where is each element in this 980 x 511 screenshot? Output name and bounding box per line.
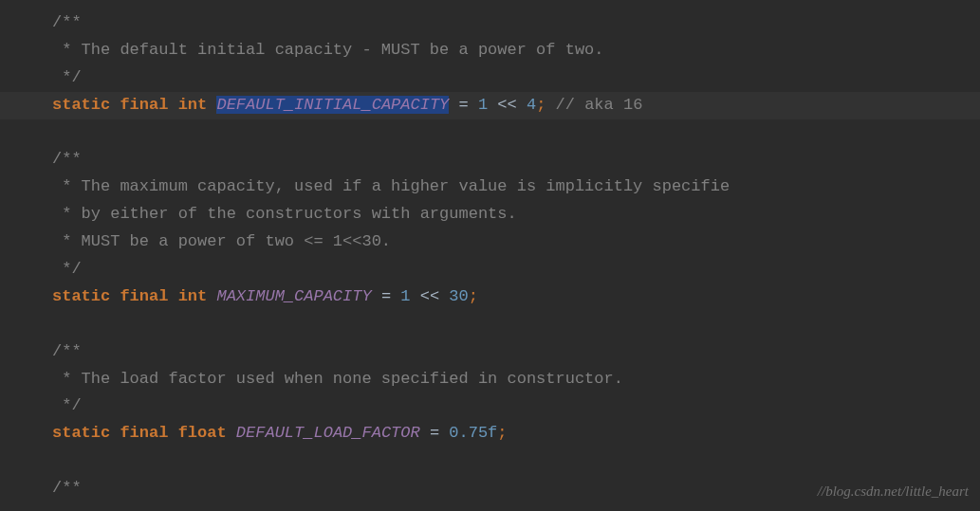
code-editor-area[interactable]: /** * The default initial capacity - MUS… bbox=[0, 0, 980, 502]
number-literal: 1 bbox=[478, 96, 488, 114]
constant-maximum-capacity: MAXIMUM_CAPACITY bbox=[216, 287, 371, 305]
javadoc-end: */ bbox=[52, 396, 82, 414]
operator-assign: = bbox=[420, 424, 450, 442]
javadoc-start: /** bbox=[52, 342, 82, 360]
javadoc-line: * MUST be a power of two <= 1<<30. bbox=[52, 232, 391, 250]
semicolon: ; bbox=[497, 424, 507, 442]
javadoc-line: * The maximum capacity, used if a higher… bbox=[52, 177, 730, 195]
number-literal: 4 bbox=[527, 96, 536, 114]
keyword-final: final bbox=[120, 424, 168, 442]
keyword-final: final bbox=[120, 96, 168, 114]
keyword-static: static bbox=[52, 424, 110, 442]
type-int: int bbox=[178, 96, 208, 114]
keyword-final: final bbox=[120, 287, 168, 305]
javadoc-start: /** bbox=[52, 150, 82, 168]
javadoc-line: * The load factor used when none specifi… bbox=[52, 370, 623, 388]
javadoc-start: /** bbox=[52, 13, 82, 31]
line-comment: // aka 16 bbox=[545, 96, 642, 114]
keyword-static: static bbox=[52, 287, 110, 305]
javadoc-end: */ bbox=[52, 260, 82, 278]
constant-default-initial-capacity[interactable]: DEFAULT_INITIAL_CAPACITY bbox=[216, 96, 449, 114]
semicolon: ; bbox=[469, 287, 478, 305]
javadoc-start: /** bbox=[52, 479, 82, 497]
type-int: int bbox=[178, 287, 208, 305]
javadoc-end: */ bbox=[52, 68, 82, 86]
number-literal: 1 bbox=[400, 287, 410, 305]
keyword-static: static bbox=[52, 96, 110, 114]
semicolon: ; bbox=[536, 96, 545, 114]
constant-default-load-factor: DEFAULT_LOAD_FACTOR bbox=[236, 424, 420, 442]
type-float: float bbox=[178, 424, 227, 442]
operator-shift: << bbox=[411, 287, 450, 305]
operator-shift: << bbox=[488, 96, 527, 114]
number-literal: 30 bbox=[449, 287, 468, 305]
number-literal: 0.75f bbox=[449, 424, 497, 442]
operator-assign: = bbox=[372, 287, 401, 305]
current-line-highlight: static final int DEFAULT_INITIAL_CAPACIT… bbox=[0, 92, 980, 119]
javadoc-line: * The default initial capacity - MUST be… bbox=[52, 41, 604, 59]
operator-assign: = bbox=[449, 96, 478, 114]
javadoc-line: * by either of the constructors with arg… bbox=[52, 205, 517, 223]
watermark-text: //blog.csdn.net/little_heart bbox=[818, 480, 969, 504]
